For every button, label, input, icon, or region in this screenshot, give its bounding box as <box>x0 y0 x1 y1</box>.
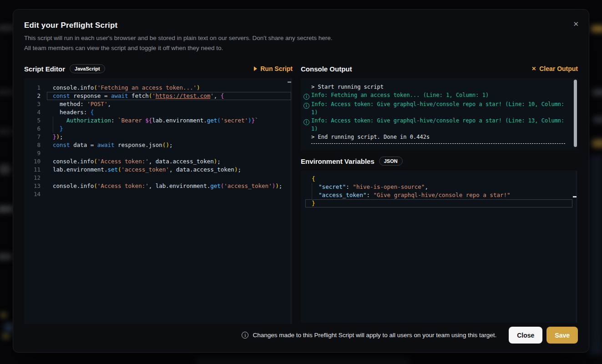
json-line[interactable]: "access_token": "Give graphql-hive/conso… <box>301 191 578 199</box>
code-text: } <box>301 199 315 207</box>
json-line[interactable]: { <box>301 175 578 183</box>
footer-note-text: Changes made to this Preflight Script wi… <box>253 332 496 339</box>
backdrop-blur-shape <box>0 128 13 135</box>
json-badge: JSON <box>379 157 403 166</box>
code-text <box>47 190 56 198</box>
code-text <box>47 149 56 157</box>
backdrop-blur-shape <box>0 253 12 260</box>
code-text: const response = await fetch('https://te… <box>47 92 224 100</box>
script-editor-heading: Script Editor <box>24 65 65 73</box>
code-line[interactable]: 11lab.environment.set('access_token', da… <box>24 166 293 174</box>
line-number: 13 <box>24 182 47 190</box>
environment-variables-heading: Environment Variables <box>301 157 374 165</box>
code-text: "access_token": "Give graphql-hive/conso… <box>301 191 511 199</box>
info-icon: i <box>304 91 311 100</box>
page-background: ✕ Edit your Preflight Script This script… <box>0 0 602 364</box>
line-number: 2 <box>24 92 47 100</box>
code-line[interactable]: 9 <box>24 149 293 157</box>
code-line[interactable]: 7}); <box>24 133 293 141</box>
console-separator <box>311 143 565 144</box>
description-line: This script will run in each user's brow… <box>24 33 578 43</box>
code-line[interactable]: 5 Authorization: `Bearer ${lab.environme… <box>24 116 293 125</box>
line-number: 6 <box>24 125 47 133</box>
code-line[interactable]: 14 <box>24 190 293 198</box>
console-output-heading: Console Output <box>301 65 352 73</box>
code-text: console.info('Fetching an access token..… <box>47 84 200 92</box>
code-line[interactable]: 3 method: 'POST', <box>24 100 293 108</box>
console-entry: > Start running script <box>304 83 578 91</box>
line-number: 5 <box>24 116 47 125</box>
console-entry-text: > Start running script <box>311 83 384 91</box>
script-code-editor[interactable]: 1console.info('Fetching an access token.… <box>24 78 293 324</box>
console-entry: iInfo: Access token: Give graphql-hive/c… <box>304 116 578 133</box>
line-number: 11 <box>24 166 47 174</box>
code-line[interactable]: 10console.info('Access token:', data.acc… <box>24 157 293 166</box>
console-entry: iInfo: Fetching an access token... (Line… <box>304 91 578 100</box>
console-scrollbar[interactable] <box>574 80 577 147</box>
console-entry-text: Info: Access token: Give graphql-hive/co… <box>311 116 569 133</box>
console-entry-text: Info: Access token: Give graphql-hive/co… <box>311 100 569 116</box>
close-button[interactable]: Close <box>509 327 542 344</box>
code-text: const data = await response.json(); <box>47 141 172 149</box>
info-icon: i <box>304 116 311 126</box>
code-line[interactable]: 4 headers: { <box>24 108 293 116</box>
clear-output-button[interactable]: ✕ Clear Output <box>531 65 578 72</box>
entry-icon-spacer <box>304 83 311 84</box>
modal-description: This script will run in each user's brow… <box>24 33 578 53</box>
backdrop-blur-shape <box>1 313 6 317</box>
clear-icon: ✕ <box>531 66 536 71</box>
indent-guide <box>312 183 312 191</box>
backdrop-blur-shape <box>0 89 14 95</box>
line-number: 1 <box>24 84 47 92</box>
line-number: 9 <box>24 149 47 157</box>
code-text: method: 'POST', <box>47 100 111 108</box>
preflight-script-modal: ✕ Edit your Preflight Script This script… <box>13 9 589 353</box>
code-line[interactable]: 13console.info('Access token:', lab.envi… <box>24 182 293 190</box>
overview-ruler-mark <box>288 81 291 83</box>
backdrop-blur-shape <box>592 89 602 96</box>
clear-output-label: Clear Output <box>539 65 578 72</box>
backdrop-blur-shape <box>196 358 410 364</box>
page-title: Edit your Preflight Script <box>24 21 578 30</box>
code-line[interactable]: 2const response = await fetch('https://t… <box>24 92 293 100</box>
active-line-highlight <box>305 199 572 207</box>
code-text: lab.environment.set('access_token', data… <box>47 166 241 174</box>
code-line[interactable]: 8const data = await response.json(); <box>24 141 293 149</box>
run-script-label: Run Script <box>260 65 293 72</box>
backdrop-blur-shape <box>5 323 14 332</box>
run-script-button[interactable]: Run Script <box>254 65 293 72</box>
json-line[interactable]: "secret": "hive-is-open-source", <box>301 183 578 191</box>
code-text: headers: { <box>47 108 94 116</box>
code-line[interactable]: 12 <box>24 174 293 182</box>
code-text <box>47 174 56 182</box>
code-text: console.info('Access token:', data.acces… <box>47 157 221 166</box>
code-text: { <box>301 175 315 183</box>
console-entry: iInfo: Access token: Give graphql-hive/c… <box>304 100 578 116</box>
line-number: 7 <box>24 133 47 141</box>
play-icon <box>254 66 257 71</box>
backdrop-blur-shape <box>592 139 602 147</box>
footer-note: i Changes made to this Preflight Script … <box>242 332 496 339</box>
line-number: 14 <box>24 190 47 198</box>
line-number: 3 <box>24 100 47 108</box>
line-number: 4 <box>24 108 47 116</box>
json-line[interactable]: } <box>301 199 578 207</box>
code-text: Authorization: `Bearer ${lab.environment… <box>47 116 258 125</box>
console-entry-text: Info: Fetching an access token... (Line:… <box>311 91 489 99</box>
close-icon[interactable]: ✕ <box>573 20 579 27</box>
console-output-panel[interactable]: > Start running scriptiInfo: Fetching an… <box>301 78 578 150</box>
backdrop-blur-shape <box>593 116 602 123</box>
code-text: }); <box>47 133 63 141</box>
save-button[interactable]: Save <box>546 327 578 344</box>
code-text: "secret": "hive-is-open-source", <box>301 183 428 191</box>
backdrop-blur-shape <box>0 206 14 212</box>
description-line: All team members can view the script and… <box>24 43 578 53</box>
line-number: 12 <box>24 174 47 182</box>
code-line[interactable]: 1console.info('Fetching an access token.… <box>24 84 293 92</box>
console-entry-text: > End running script. Done in 0.442s <box>311 133 430 141</box>
info-icon: i <box>304 100 311 109</box>
code-line[interactable]: 6 } <box>24 125 293 133</box>
code-text: console.info('Access token:', lab.enviro… <box>47 182 282 190</box>
backdrop-blur-shape <box>589 155 602 355</box>
environment-variables-editor[interactable]: { "secret": "hive-is-open-source", "acce… <box>301 171 578 323</box>
